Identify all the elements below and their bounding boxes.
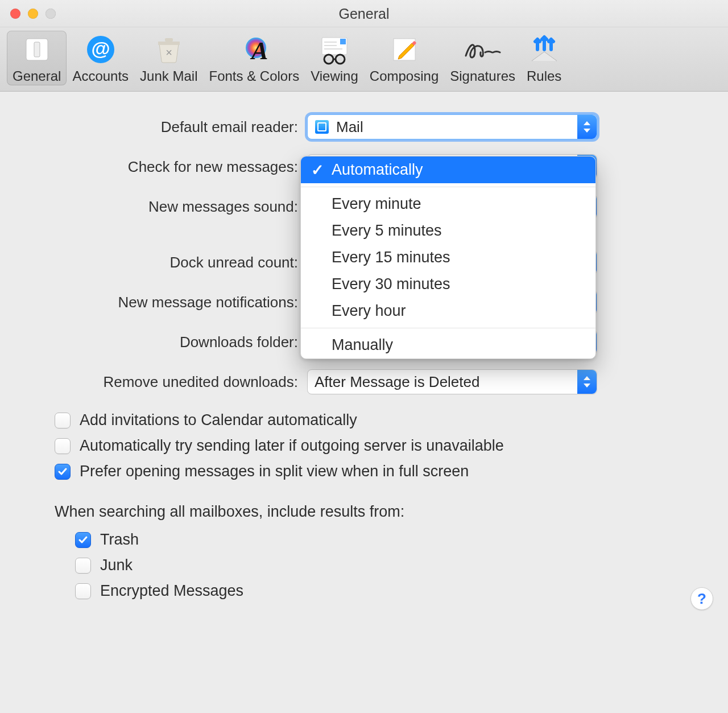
titlebar: General — [0, 0, 728, 27]
tab-label: General — [13, 68, 61, 84]
menu-separator — [301, 187, 595, 187]
switch-icon — [23, 33, 51, 66]
menu-item-every-15-minutes[interactable]: Every 15 minutes — [301, 244, 595, 271]
updown-stepper-icon — [577, 370, 597, 394]
svg-point-14 — [336, 55, 345, 64]
svg-text:A: A — [250, 37, 268, 65]
tab-general[interactable]: General — [7, 31, 67, 85]
menu-separator — [301, 328, 595, 328]
svg-rect-4 — [165, 38, 173, 42]
window-title: General — [0, 0, 728, 27]
search-encrypted-checkbox[interactable] — [75, 583, 91, 599]
at-icon: @ — [86, 33, 115, 66]
fonts-icon: A — [239, 33, 270, 66]
help-button[interactable]: ? — [690, 587, 713, 610]
mail-app-icon — [315, 119, 329, 134]
tab-rules[interactable]: Rules — [521, 31, 567, 85]
new-sound-label: New messages sound: — [0, 198, 307, 216]
glasses-icon — [317, 33, 351, 66]
svg-rect-9 — [340, 39, 346, 44]
tab-label: Accounts — [72, 68, 129, 84]
search-junk-label: Junk — [100, 557, 133, 574]
tab-label: Signatures — [450, 68, 515, 84]
default-reader-popup[interactable]: Mail — [307, 114, 597, 139]
svg-rect-1 — [34, 42, 40, 57]
tab-fonts-colors[interactable]: A Fonts & Colors — [203, 31, 305, 85]
pencil-icon — [389, 33, 420, 66]
svg-point-13 — [324, 55, 333, 64]
tab-composing[interactable]: Composing — [364, 31, 444, 85]
auto-retry-label: Automatically try sending later if outgo… — [80, 437, 504, 455]
menu-item-every-5-minutes[interactable]: Every 5 minutes — [301, 217, 595, 244]
check-messages-menu: Automatically Every minute Every 5 minut… — [300, 156, 596, 359]
tab-signatures[interactable]: Signatures — [444, 31, 521, 85]
default-reader-value: Mail — [336, 118, 363, 136]
general-pane: Default email reader: Mail Check for new… — [0, 92, 728, 625]
tab-label: Composing — [370, 68, 439, 84]
menu-item-every-minute[interactable]: Every minute — [301, 191, 595, 217]
search-trash-label: Trash — [100, 531, 139, 549]
svg-text:@: @ — [91, 38, 110, 59]
remove-downloads-label: Remove unedited downloads: — [0, 373, 307, 391]
menu-item-manually[interactable]: Manually — [301, 332, 595, 358]
split-view-checkbox[interactable] — [55, 464, 71, 480]
tab-label: Junk Mail — [140, 68, 197, 84]
dock-unread-label: Dock unread count: — [0, 254, 307, 271]
updown-stepper-icon — [577, 115, 597, 139]
split-view-label: Prefer opening messages in split view wh… — [80, 463, 469, 480]
search-section-heading: When searching all mailboxes, include re… — [55, 503, 728, 521]
tab-viewing[interactable]: Viewing — [305, 31, 364, 85]
tab-label: Fonts & Colors — [209, 68, 299, 84]
search-junk-checkbox[interactable] — [75, 558, 91, 574]
menu-item-every-hour[interactable]: Every hour — [301, 298, 595, 324]
tab-junk-mail[interactable]: × Junk Mail — [134, 31, 203, 85]
downloads-folder-label: Downloads folder: — [0, 333, 307, 351]
search-trash-checkbox[interactable] — [75, 532, 91, 548]
remove-downloads-value: After Message is Deleted — [315, 373, 479, 391]
notifications-label: New message notifications: — [0, 294, 307, 311]
trash-icon: × — [154, 33, 184, 66]
svg-rect-15 — [394, 39, 415, 60]
tab-label: Viewing — [311, 68, 358, 84]
tab-label: Rules — [527, 68, 561, 84]
default-reader-label: Default email reader: — [0, 118, 307, 136]
auto-retry-checkbox[interactable] — [55, 438, 71, 454]
tab-accounts[interactable]: @ Accounts — [67, 31, 134, 85]
help-icon: ? — [697, 590, 706, 608]
add-invites-checkbox[interactable] — [55, 413, 71, 428]
menu-item-automatically[interactable]: Automatically — [301, 156, 595, 183]
menu-item-every-30-minutes[interactable]: Every 30 minutes — [301, 271, 595, 298]
search-encrypted-label: Encrypted Messages — [100, 582, 243, 600]
svg-text:×: × — [166, 46, 172, 59]
check-messages-label: Check for new messages: — [0, 158, 307, 176]
preferences-toolbar: General @ Accounts × Junk Mail A Fonts &… — [0, 27, 728, 92]
signature-icon — [462, 33, 503, 66]
rules-icon — [528, 33, 560, 66]
add-invites-label: Add invitations to Calendar automaticall… — [80, 411, 357, 429]
remove-downloads-popup[interactable]: After Message is Deleted — [307, 369, 597, 394]
